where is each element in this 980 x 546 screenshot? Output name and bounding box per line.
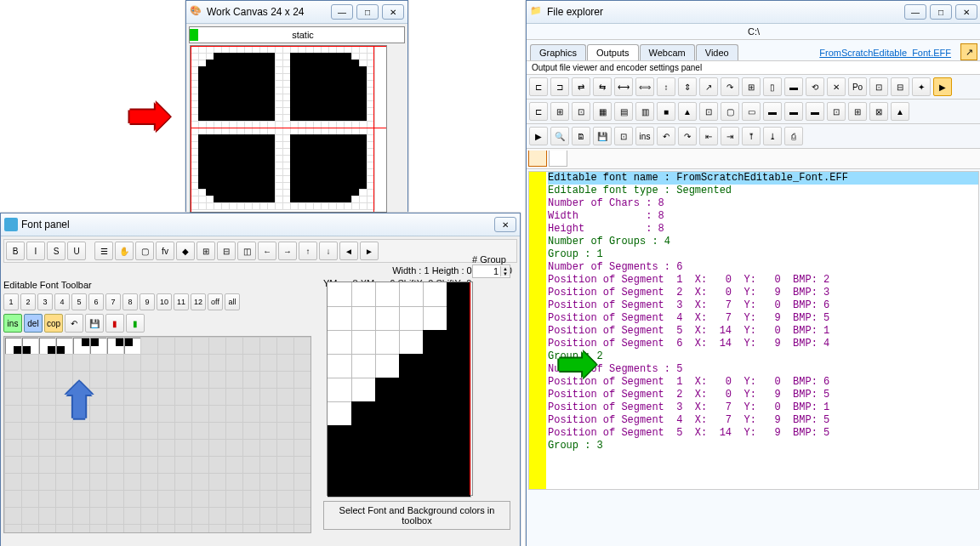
expand-button[interactable]: ↗ <box>960 43 977 60</box>
file-link[interactable]: FromScratchEditable_Font.EFF <box>814 45 956 60</box>
thumb-7[interactable] <box>124 338 141 355</box>
segment-num-7[interactable]: 7 <box>105 293 121 310</box>
maximize-button[interactable]: □ <box>356 4 379 20</box>
segment-num-12[interactable]: 12 <box>191 293 206 310</box>
tool-icon[interactable]: ▶ <box>529 127 548 145</box>
group-spinner[interactable]: ▲▼ <box>472 264 510 278</box>
tab-graphics[interactable]: Graphics <box>530 44 586 60</box>
tool-icon[interactable]: ⊞ <box>550 102 569 121</box>
tool-icon[interactable]: ⤒ <box>742 127 761 145</box>
format-btn[interactable]: ← <box>258 242 276 260</box>
thumb-1[interactable] <box>22 338 39 355</box>
tool-icon[interactable]: ⊡ <box>572 102 590 121</box>
tool-icon[interactable]: ▭ <box>742 102 761 121</box>
tool-icon[interactable]: Po <box>848 77 867 96</box>
file-explorer-titlebar[interactable]: 📁 File explorer — □ ✕ <box>527 1 980 24</box>
segment-num-10[interactable]: 10 <box>157 293 172 310</box>
tool-icon[interactable]: ⟺ <box>635 77 654 96</box>
tool-icon[interactable]: ↗ <box>699 77 718 96</box>
thumb-0[interactable] <box>5 338 22 355</box>
tool-icon[interactable]: ▬ <box>763 102 782 121</box>
tool-icon[interactable]: 🗎 <box>572 127 590 145</box>
output-tab-2[interactable] <box>549 151 567 167</box>
font-panel-titlebar[interactable]: Font panel ✕ <box>1 213 520 236</box>
format-btn[interactable]: ☰ <box>94 242 113 260</box>
tool-icon[interactable]: ⇄ <box>572 77 590 96</box>
format-btn[interactable]: ↑ <box>299 242 317 260</box>
format-btn[interactable]: U <box>67 242 86 260</box>
tool-icon[interactable]: ▬ <box>806 102 824 121</box>
tool-icon[interactable]: ▦ <box>593 102 612 121</box>
thumb-5[interactable] <box>90 338 107 355</box>
tab-video[interactable]: Video <box>696 44 738 60</box>
tool-icon[interactable]: ■ <box>657 102 675 121</box>
tool-icon[interactable]: ▢ <box>721 102 739 121</box>
spin-down[interactable]: ▼ <box>500 271 510 276</box>
tool-icon[interactable]: ⊏ <box>529 77 548 96</box>
thumb-3[interactable] <box>56 338 73 355</box>
format-btn[interactable]: ▢ <box>135 242 154 260</box>
format-btn[interactable]: I <box>26 242 45 260</box>
undo-button[interactable]: ↶ <box>65 314 83 333</box>
tool-icon[interactable]: ✦ <box>912 77 931 96</box>
segment-num-1[interactable]: 1 <box>3 293 19 310</box>
format-btn[interactable]: → <box>278 242 297 260</box>
tool-icon[interactable]: ⟲ <box>806 77 824 96</box>
segment-num-2[interactable]: 2 <box>20 293 36 310</box>
tool-icon[interactable]: ⊡ <box>869 77 888 96</box>
thumb-2[interactable] <box>39 338 56 355</box>
tool-icon[interactable]: ⤓ <box>763 127 782 145</box>
save-button[interactable]: 💾 <box>85 314 104 333</box>
tool-icon[interactable]: ↕ <box>657 77 675 96</box>
segment-num-8[interactable]: 8 <box>122 293 138 310</box>
thumb-6[interactable] <box>107 338 124 355</box>
tool-icon[interactable]: ⊡ <box>699 102 718 121</box>
tool-icon[interactable]: ins <box>635 127 654 145</box>
tool-icon[interactable]: ▥ <box>635 102 654 121</box>
tool-icon[interactable]: ⊡ <box>827 102 846 121</box>
group-input[interactable] <box>473 265 500 277</box>
tool-icon[interactable]: ↷ <box>678 127 697 145</box>
tab-webcam[interactable]: Webcam <box>640 44 695 60</box>
tool-icon[interactable]: ⊏ <box>529 102 548 121</box>
thumbnail-grid[interactable] <box>3 336 311 533</box>
tool-icon[interactable]: ⇤ <box>699 127 718 145</box>
close-button[interactable]: ✕ <box>494 217 516 232</box>
format-btn[interactable]: S <box>47 242 66 260</box>
tool-icon[interactable]: ▲ <box>678 102 697 121</box>
format-btn[interactable]: ⊟ <box>217 242 236 260</box>
format-btn[interactable]: ✋ <box>115 242 134 260</box>
tool-icon[interactable]: ⇆ <box>593 77 612 96</box>
work-canvas-titlebar[interactable]: 🎨 Work Canvas 24 x 24 — □ ✕ <box>186 1 407 24</box>
format-btn[interactable]: fv <box>156 242 174 260</box>
format-btn[interactable]: ◆ <box>176 242 195 260</box>
off-button[interactable]: off <box>208 293 223 310</box>
tool-icon[interactable]: ⊐ <box>550 77 569 96</box>
marker-2-button[interactable]: ▮ <box>126 314 145 333</box>
all-button[interactable]: all <box>225 293 240 310</box>
maximize-button[interactable]: □ <box>930 4 952 20</box>
tool-icon[interactable]: ⊟ <box>891 77 909 96</box>
thumb-4[interactable] <box>73 338 90 355</box>
tool-icon[interactable]: ▯ <box>763 77 782 96</box>
copy-button[interactable]: cop <box>44 314 63 333</box>
tool-icon[interactable]: 💾 <box>593 127 612 145</box>
tool-icon[interactable]: ↷ <box>721 77 739 96</box>
segment-num-6[interactable]: 6 <box>88 293 104 310</box>
minimize-button[interactable]: — <box>331 4 353 20</box>
tool-icon[interactable]: ⇕ <box>678 77 697 96</box>
tool-icon[interactable]: ⊞ <box>742 77 761 96</box>
tool-icon[interactable]: ▲ <box>891 102 909 121</box>
minimize-button[interactable]: — <box>904 4 926 20</box>
tool-icon[interactable]: ⊞ <box>848 102 867 121</box>
tool-icon[interactable]: ✕ <box>827 77 846 96</box>
tool-icon[interactable]: ▤ <box>614 102 633 121</box>
tool-icon[interactable]: ⊠ <box>869 102 888 121</box>
tool-icon[interactable]: ⎙ <box>784 127 803 145</box>
tool-icon[interactable]: ▶ <box>933 77 952 96</box>
tool-icon[interactable]: ↶ <box>657 127 675 145</box>
tool-icon[interactable]: ⊡ <box>614 127 633 145</box>
tool-icon[interactable]: ⇥ <box>721 127 739 145</box>
format-btn[interactable]: ⊞ <box>197 242 215 260</box>
close-button[interactable]: ✕ <box>955 4 977 20</box>
